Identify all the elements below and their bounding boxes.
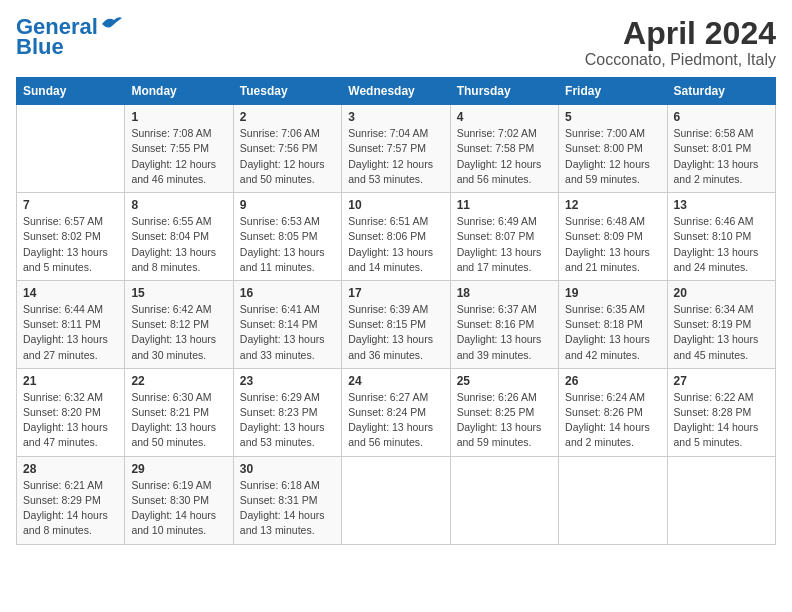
day-info: Sunrise: 6:55 AMSunset: 8:04 PMDaylight:… <box>131 214 226 275</box>
day-info: Sunrise: 6:37 AMSunset: 8:16 PMDaylight:… <box>457 302 552 363</box>
calendar-cell <box>450 456 558 544</box>
day-number: 2 <box>240 110 335 124</box>
day-number: 15 <box>131 286 226 300</box>
day-number: 3 <box>348 110 443 124</box>
calendar-cell: 25 Sunrise: 6:26 AMSunset: 8:25 PMDaylig… <box>450 368 558 456</box>
day-number: 29 <box>131 462 226 476</box>
day-number: 7 <box>23 198 118 212</box>
day-number: 13 <box>674 198 769 212</box>
day-number: 14 <box>23 286 118 300</box>
day-info: Sunrise: 6:53 AMSunset: 8:05 PMDaylight:… <box>240 214 335 275</box>
col-sunday: Sunday <box>17 78 125 105</box>
logo-bird-icon <box>100 14 122 32</box>
day-number: 24 <box>348 374 443 388</box>
calendar-cell: 6 Sunrise: 6:58 AMSunset: 8:01 PMDayligh… <box>667 105 775 193</box>
calendar-cell: 20 Sunrise: 6:34 AMSunset: 8:19 PMDaylig… <box>667 280 775 368</box>
calendar-cell: 21 Sunrise: 6:32 AMSunset: 8:20 PMDaylig… <box>17 368 125 456</box>
day-number: 26 <box>565 374 660 388</box>
day-info: Sunrise: 7:00 AMSunset: 8:00 PMDaylight:… <box>565 126 660 187</box>
day-info: Sunrise: 6:44 AMSunset: 8:11 PMDaylight:… <box>23 302 118 363</box>
calendar-cell: 7 Sunrise: 6:57 AMSunset: 8:02 PMDayligh… <box>17 193 125 281</box>
col-thursday: Thursday <box>450 78 558 105</box>
calendar-cell: 2 Sunrise: 7:06 AMSunset: 7:56 PMDayligh… <box>233 105 341 193</box>
day-number: 30 <box>240 462 335 476</box>
col-saturday: Saturday <box>667 78 775 105</box>
calendar-cell: 28 Sunrise: 6:21 AMSunset: 8:29 PMDaylig… <box>17 456 125 544</box>
calendar-table: Sunday Monday Tuesday Wednesday Thursday… <box>16 77 776 544</box>
calendar-cell: 10 Sunrise: 6:51 AMSunset: 8:06 PMDaylig… <box>342 193 450 281</box>
calendar-cell: 14 Sunrise: 6:44 AMSunset: 8:11 PMDaylig… <box>17 280 125 368</box>
calendar-cell: 9 Sunrise: 6:53 AMSunset: 8:05 PMDayligh… <box>233 193 341 281</box>
day-number: 12 <box>565 198 660 212</box>
calendar-cell: 1 Sunrise: 7:08 AMSunset: 7:55 PMDayligh… <box>125 105 233 193</box>
day-info: Sunrise: 6:29 AMSunset: 8:23 PMDaylight:… <box>240 390 335 451</box>
day-info: Sunrise: 6:21 AMSunset: 8:29 PMDaylight:… <box>23 478 118 539</box>
day-info: Sunrise: 6:24 AMSunset: 8:26 PMDaylight:… <box>565 390 660 451</box>
day-info: Sunrise: 6:41 AMSunset: 8:14 PMDaylight:… <box>240 302 335 363</box>
day-number: 17 <box>348 286 443 300</box>
day-info: Sunrise: 6:18 AMSunset: 8:31 PMDaylight:… <box>240 478 335 539</box>
page-header: General Blue April 2024 Cocconato, Piedm… <box>16 16 776 69</box>
day-number: 5 <box>565 110 660 124</box>
calendar-cell: 5 Sunrise: 7:00 AMSunset: 8:00 PMDayligh… <box>559 105 667 193</box>
calendar-week-row: 28 Sunrise: 6:21 AMSunset: 8:29 PMDaylig… <box>17 456 776 544</box>
calendar-cell: 8 Sunrise: 6:55 AMSunset: 8:04 PMDayligh… <box>125 193 233 281</box>
day-info: Sunrise: 6:58 AMSunset: 8:01 PMDaylight:… <box>674 126 769 187</box>
day-info: Sunrise: 6:32 AMSunset: 8:20 PMDaylight:… <box>23 390 118 451</box>
calendar-week-row: 14 Sunrise: 6:44 AMSunset: 8:11 PMDaylig… <box>17 280 776 368</box>
day-number: 19 <box>565 286 660 300</box>
calendar-cell <box>559 456 667 544</box>
day-info: Sunrise: 6:35 AMSunset: 8:18 PMDaylight:… <box>565 302 660 363</box>
calendar-cell: 24 Sunrise: 6:27 AMSunset: 8:24 PMDaylig… <box>342 368 450 456</box>
day-info: Sunrise: 6:51 AMSunset: 8:06 PMDaylight:… <box>348 214 443 275</box>
day-info: Sunrise: 6:46 AMSunset: 8:10 PMDaylight:… <box>674 214 769 275</box>
calendar-cell <box>667 456 775 544</box>
title-block: April 2024 Cocconato, Piedmont, Italy <box>585 16 776 69</box>
day-number: 23 <box>240 374 335 388</box>
calendar-cell: 4 Sunrise: 7:02 AMSunset: 7:58 PMDayligh… <box>450 105 558 193</box>
calendar-cell: 26 Sunrise: 6:24 AMSunset: 8:26 PMDaylig… <box>559 368 667 456</box>
day-info: Sunrise: 7:06 AMSunset: 7:56 PMDaylight:… <box>240 126 335 187</box>
day-number: 9 <box>240 198 335 212</box>
day-number: 28 <box>23 462 118 476</box>
calendar-cell: 15 Sunrise: 6:42 AMSunset: 8:12 PMDaylig… <box>125 280 233 368</box>
day-info: Sunrise: 6:42 AMSunset: 8:12 PMDaylight:… <box>131 302 226 363</box>
day-number: 11 <box>457 198 552 212</box>
day-number: 4 <box>457 110 552 124</box>
day-number: 18 <box>457 286 552 300</box>
calendar-cell: 13 Sunrise: 6:46 AMSunset: 8:10 PMDaylig… <box>667 193 775 281</box>
day-number: 21 <box>23 374 118 388</box>
calendar-cell: 30 Sunrise: 6:18 AMSunset: 8:31 PMDaylig… <box>233 456 341 544</box>
calendar-cell: 27 Sunrise: 6:22 AMSunset: 8:28 PMDaylig… <box>667 368 775 456</box>
col-wednesday: Wednesday <box>342 78 450 105</box>
calendar-cell: 23 Sunrise: 6:29 AMSunset: 8:23 PMDaylig… <box>233 368 341 456</box>
day-info: Sunrise: 6:26 AMSunset: 8:25 PMDaylight:… <box>457 390 552 451</box>
calendar-week-row: 7 Sunrise: 6:57 AMSunset: 8:02 PMDayligh… <box>17 193 776 281</box>
calendar-cell: 22 Sunrise: 6:30 AMSunset: 8:21 PMDaylig… <box>125 368 233 456</box>
day-info: Sunrise: 6:30 AMSunset: 8:21 PMDaylight:… <box>131 390 226 451</box>
calendar-title: April 2024 <box>585 16 776 51</box>
day-number: 27 <box>674 374 769 388</box>
day-number: 20 <box>674 286 769 300</box>
day-number: 8 <box>131 198 226 212</box>
day-number: 25 <box>457 374 552 388</box>
day-info: Sunrise: 6:19 AMSunset: 8:30 PMDaylight:… <box>131 478 226 539</box>
day-number: 10 <box>348 198 443 212</box>
col-friday: Friday <box>559 78 667 105</box>
calendar-cell: 29 Sunrise: 6:19 AMSunset: 8:30 PMDaylig… <box>125 456 233 544</box>
col-tuesday: Tuesday <box>233 78 341 105</box>
logo: General Blue <box>16 16 122 58</box>
calendar-cell: 16 Sunrise: 6:41 AMSunset: 8:14 PMDaylig… <box>233 280 341 368</box>
calendar-cell: 11 Sunrise: 6:49 AMSunset: 8:07 PMDaylig… <box>450 193 558 281</box>
day-info: Sunrise: 7:04 AMSunset: 7:57 PMDaylight:… <box>348 126 443 187</box>
calendar-cell: 3 Sunrise: 7:04 AMSunset: 7:57 PMDayligh… <box>342 105 450 193</box>
day-number: 22 <box>131 374 226 388</box>
calendar-cell <box>342 456 450 544</box>
calendar-cell: 19 Sunrise: 6:35 AMSunset: 8:18 PMDaylig… <box>559 280 667 368</box>
day-info: Sunrise: 6:49 AMSunset: 8:07 PMDaylight:… <box>457 214 552 275</box>
day-info: Sunrise: 6:57 AMSunset: 8:02 PMDaylight:… <box>23 214 118 275</box>
calendar-week-row: 21 Sunrise: 6:32 AMSunset: 8:20 PMDaylig… <box>17 368 776 456</box>
calendar-week-row: 1 Sunrise: 7:08 AMSunset: 7:55 PMDayligh… <box>17 105 776 193</box>
calendar-cell: 17 Sunrise: 6:39 AMSunset: 8:15 PMDaylig… <box>342 280 450 368</box>
day-info: Sunrise: 7:08 AMSunset: 7:55 PMDaylight:… <box>131 126 226 187</box>
